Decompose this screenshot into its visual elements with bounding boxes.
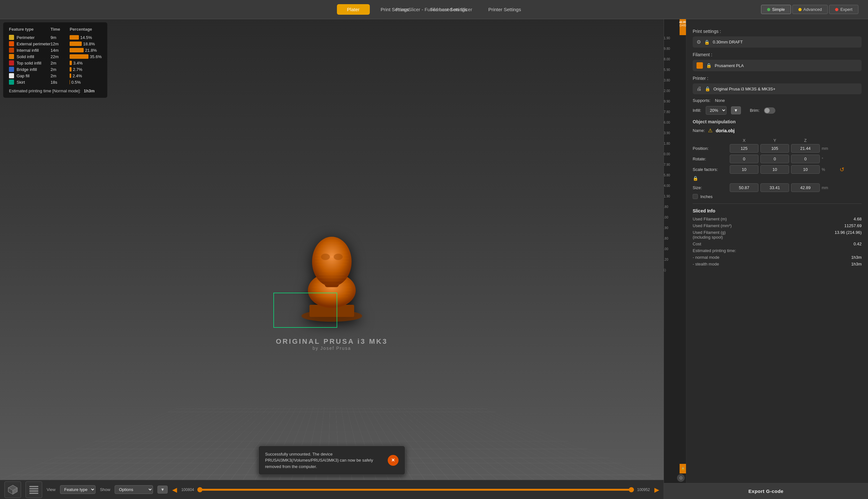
advanced-dot: [798, 8, 802, 11]
notification-close-button[interactable]: ×: [388, 455, 399, 466]
printer-row[interactable]: 🖨 🔒 Original Prusa i3 MK3S & MK3S+: [693, 83, 861, 94]
print-settings-row[interactable]: ⚙ 🔒 0.30mm DRAFT: [693, 36, 861, 48]
simple-dot: [767, 8, 770, 11]
rotate-z-input[interactable]: [791, 155, 820, 163]
ruler-settings-button[interactable]: ⚙: [677, 474, 685, 482]
stats-col-type: Feature type: [9, 27, 50, 32]
print-profile-text: 0.30mm DRAFT: [713, 40, 743, 45]
estimated-time: Estimated printing time [Normal mode]: 1…: [9, 88, 101, 93]
cube-icon: [7, 484, 18, 496]
obj-name-value: doria.obj: [716, 128, 734, 133]
view-cube[interactable]: [4, 482, 21, 498]
stats-row-bridge: Bridge infill 2m 2.7%: [9, 66, 101, 73]
tab-printer-settings[interactable]: Printer Settings: [478, 4, 531, 15]
scale-unit: %: [822, 167, 838, 172]
tab-plater[interactable]: Plater: [337, 4, 370, 15]
slider-left-arrow[interactable]: ◀: [172, 486, 177, 494]
used-filament-m-value: 4.68: [854, 217, 861, 221]
view-type-select[interactable]: Feature type: [60, 485, 96, 494]
right-ruler-area: 42.80 (143) 41.90 39.80 38.00 35.90 33.8…: [664, 19, 868, 483]
supports-row: Supports: None: [693, 98, 861, 103]
position-unit: mm: [822, 146, 838, 151]
scale-label: Scale factors:: [693, 167, 728, 172]
position-y-input[interactable]: [760, 144, 789, 153]
app-title: PrusaSlicer - Fused based on Slicer: [396, 7, 472, 12]
stats-row-gap-fill: Gap fill 2m 2.4%: [9, 73, 101, 79]
infill-select[interactable]: 20%: [706, 106, 727, 115]
stats-col-pct: Percentage: [70, 27, 101, 32]
layers-icon: [28, 484, 40, 496]
svg-rect-32: [29, 488, 38, 489]
filament-row[interactable]: 🔒 Prusament PLA: [693, 60, 861, 71]
stats-header: Feature type Time Percentage: [9, 27, 101, 32]
filament-name-text: Prusament PLA: [715, 63, 744, 68]
brim-toggle[interactable]: [764, 107, 776, 114]
inches-row: Inches: [693, 194, 861, 199]
rotate-x-input[interactable]: [730, 155, 758, 163]
used-filament-g-row: Used Filament (g)(including spool) 13.96…: [693, 230, 861, 240]
rotate-y-input[interactable]: [760, 155, 789, 163]
simple-label: Simple: [772, 7, 785, 12]
swatch-top-solid: [9, 60, 14, 65]
infill-dropdown-button[interactable]: ▼: [731, 106, 741, 114]
lock-icon-filament: 🔒: [706, 63, 711, 68]
printer-label: Printer :: [693, 76, 861, 81]
supports-label: Supports:: [693, 98, 710, 103]
size-y-input[interactable]: [760, 183, 789, 192]
infill-label: Infill:: [693, 108, 701, 113]
lock-scale-icon: 🔒: [693, 176, 698, 181]
position-label: Position:: [693, 146, 728, 151]
size-x-input[interactable]: [730, 183, 758, 192]
advanced-mode-button[interactable]: Advanced: [792, 5, 828, 14]
inches-label: Inches: [700, 194, 712, 199]
object-name-row: Name: ⚠ doria.obj: [693, 127, 861, 134]
export-gcode-button[interactable]: Export G-code: [664, 483, 868, 499]
layers-icon-button[interactable]: [26, 482, 42, 498]
bar-perimeter: [70, 35, 79, 40]
layer-slider[interactable]: 100804 100952: [182, 487, 650, 492]
rotate-unit: °: [822, 157, 838, 161]
normal-mode-label: - normal mode: [693, 255, 719, 260]
show-options-select[interactable]: Options: [115, 485, 153, 494]
gear-icon: ⚙: [679, 475, 683, 480]
slider-track[interactable]: [197, 489, 634, 491]
z-header: Z: [791, 138, 820, 143]
settings-panel: Print settings : ⚙ 🔒 0.30mm DRAFT Filame…: [686, 19, 868, 483]
viewport-panel[interactable]: Feature type Time Percentage Perimeter 9…: [0, 19, 664, 499]
expert-mode-button[interactable]: Expert: [829, 5, 858, 14]
scale-y-input[interactable]: [760, 165, 789, 174]
ruler-top-indicator: 42.80 (143): [680, 19, 686, 35]
stealth-mode-label: - stealth mode: [693, 261, 719, 266]
name-label: Name:: [693, 128, 705, 133]
est-time-header-row: Estimated printing time:: [693, 248, 861, 253]
simple-mode-button[interactable]: Simple: [761, 5, 791, 14]
position-x-input[interactable]: [730, 144, 758, 153]
slider-right-arrow[interactable]: ▶: [654, 486, 659, 494]
svg-rect-31: [29, 486, 38, 487]
show-dropdown-button[interactable]: ▼: [158, 486, 168, 494]
used-filament-g-value: 13.96 (214.96): [834, 230, 861, 240]
swatch-solid-infill: [9, 54, 14, 59]
stats-row-perimeter: Perimeter 9m 14.5%: [9, 34, 101, 40]
slider-thumb-left[interactable]: [197, 487, 202, 492]
top-bar: PrusaSlicer - Fused based on Slicer Plat…: [0, 0, 868, 19]
filament-label: Filament :: [693, 52, 861, 57]
slider-thumb-right[interactable]: [629, 487, 634, 492]
swatch-gap-fill: [9, 73, 14, 78]
rotate-row: Rotate: °: [693, 155, 861, 163]
scale-z-input[interactable]: [791, 165, 820, 174]
settings-icon: ⚙: [696, 39, 701, 45]
position-z-input[interactable]: [791, 144, 820, 153]
size-z-input[interactable]: [791, 183, 820, 192]
scale-reset-icon[interactable]: ↺: [840, 166, 849, 173]
lock-icon-printer: 🔒: [705, 86, 710, 92]
rotate-label: Rotate:: [693, 157, 728, 161]
inches-checkbox[interactable]: [693, 194, 698, 199]
stats-row-int-infill: Internal infill 14m 21.8%: [9, 47, 101, 53]
stats-col-time: Time: [50, 27, 70, 32]
scale-x-input[interactable]: [730, 165, 758, 174]
y-header: Y: [760, 138, 789, 143]
view-label: View: [47, 487, 55, 492]
size-label: Size:: [693, 185, 728, 190]
cost-row: Cost 0.42: [693, 242, 861, 246]
